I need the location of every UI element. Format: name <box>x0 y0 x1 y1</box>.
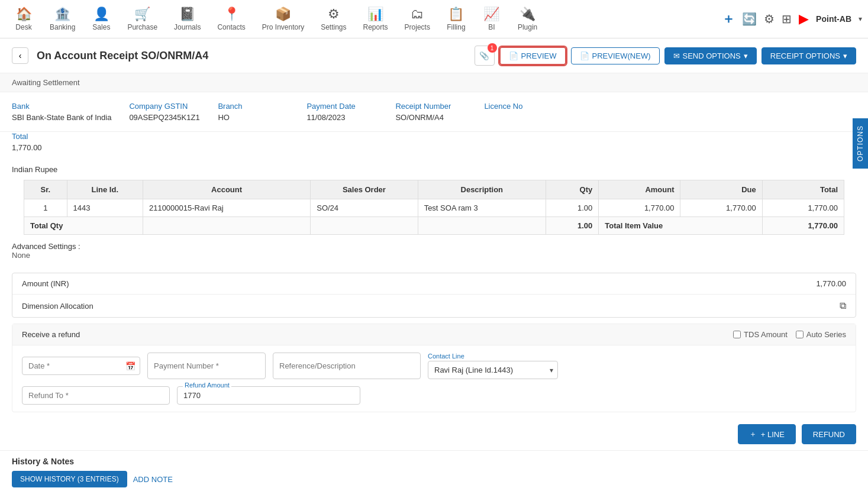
reports-icon: 📊 <box>367 7 383 22</box>
total-item-value-label: Total Item Value <box>599 217 762 235</box>
bank-label: Bank <box>12 102 111 111</box>
nav-item-bi[interactable]: 📈 BI <box>474 2 509 36</box>
col-header-account: Account <box>143 180 310 199</box>
section-label: Indian Rupee <box>0 159 868 180</box>
send-options-button[interactable]: ✉ SEND OPTIONS ▾ <box>664 47 757 64</box>
grid-icon[interactable]: ⊞ <box>782 12 792 26</box>
purchase-icon: 🛒 <box>134 7 150 22</box>
line-button[interactable]: ＋ + LINE <box>738 424 796 444</box>
tds-amount-checkbox[interactable] <box>733 331 741 338</box>
gear-icon[interactable]: ⚙ <box>764 12 775 26</box>
nav-label-banking: Banking <box>50 23 75 31</box>
refund-title: Receive a refund <box>22 330 80 339</box>
journals-icon: 📓 <box>179 7 195 22</box>
company-gstin-info: Company GSTIN 09ASEPQ2345K1Z1 <box>129 102 200 122</box>
row-total: 1,770.00 <box>762 199 844 217</box>
amount-box: Amount (INR) 1,770.00 Dimension Allocati… <box>12 273 856 318</box>
nav-label-settings: Settings <box>321 23 346 31</box>
nav-item-purchase[interactable]: 🛒 Purchase <box>119 2 166 36</box>
receipt-chevron-icon: ▾ <box>843 51 847 60</box>
row-description: Test SOA ram 3 <box>418 199 546 217</box>
licence-no-info: Licence No <box>484 102 555 122</box>
contact-line-select[interactable]: Ravi Raj (Line Id.1443) <box>428 361 558 379</box>
back-button[interactable]: ‹ <box>12 47 28 64</box>
pro-inventory-icon: 📦 <box>275 7 291 22</box>
amount-inr-value: 1,770.00 <box>816 279 846 288</box>
refresh-icon[interactable]: 🔄 <box>742 12 757 26</box>
total-item-value: 1,770.00 <box>762 217 844 235</box>
row-qty: 1.00 <box>546 199 598 217</box>
auto-series-option[interactable]: Auto Series <box>796 330 846 339</box>
nav-label-reports: Reports <box>363 23 388 31</box>
col-header-description: Description <box>418 180 546 199</box>
refund-options: TDS Amount Auto Series <box>733 330 846 339</box>
nav-item-desk[interactable]: 🏠 Desk <box>6 2 41 36</box>
preview-new-button[interactable]: 📄 PREVIEW(NEW) <box>571 47 660 64</box>
tds-amount-option[interactable]: TDS Amount <box>733 330 788 339</box>
options-tab[interactable]: OPTIONS <box>853 118 868 169</box>
col-header-amount: Amount <box>599 180 680 199</box>
reference-description-input[interactable] <box>273 353 421 379</box>
tds-amount-label: TDS Amount <box>744 330 788 339</box>
refund-to-input[interactable] <box>22 386 170 405</box>
history-actions: SHOW HISTORY (3 ENTRIES) ADD NOTE <box>12 471 856 487</box>
auto-series-checkbox[interactable] <box>796 331 804 338</box>
attachment-button[interactable]: 📎 1 <box>475 46 495 66</box>
nav-item-banking[interactable]: 🏦 Banking <box>41 2 83 36</box>
company-gstin-value: 09ASEPQ2345K1Z1 <box>129 113 200 122</box>
total-qty-empty2 <box>311 217 418 235</box>
company-gstin-label: Company GSTIN <box>129 102 200 111</box>
info-section: Bank SBI Bank-State Bank of India Compan… <box>0 92 868 132</box>
show-history-button[interactable]: SHOW HISTORY (3 ENTRIES) <box>12 471 127 487</box>
youtube-icon[interactable]: ▶ <box>799 11 809 27</box>
refund-amount-container: Refund Amount <box>177 386 360 405</box>
row-due: 1,770.00 <box>680 199 762 217</box>
payment-number-input[interactable] <box>147 353 266 379</box>
refund-amount-input[interactable] <box>177 386 360 405</box>
adv-settings-value: None <box>12 251 30 260</box>
col-header-sales-order: Sales Order <box>311 180 418 199</box>
nav-item-filling[interactable]: 📋 Filling <box>438 2 474 36</box>
plugin-icon: 🔌 <box>519 7 535 22</box>
header-actions: 📎 1 📄 PREVIEW 📄 PREVIEW(NEW) ✉ SEND OPTI… <box>475 46 856 66</box>
external-link-icon[interactable]: ⧉ <box>840 300 846 311</box>
refund-section: Receive a refund TDS Amount Auto Series … <box>12 324 856 412</box>
filling-icon: 📋 <box>448 7 464 22</box>
nav-item-pro-inventory[interactable]: 📦 Pro Inventory <box>254 2 312 36</box>
add-note-button[interactable]: ADD NOTE <box>133 471 173 487</box>
payment-date-info: Payment Date 11/08/2023 <box>306 102 377 122</box>
date-input[interactable] <box>22 357 140 375</box>
projects-icon: 🗂 <box>411 7 424 22</box>
brand-chevron-icon[interactable]: ▾ <box>859 15 862 23</box>
table-wrapper: Sr. Line Id. Account Sales Order Descrip… <box>0 180 868 235</box>
receipt-options-button[interactable]: RECEIPT OPTIONS ▾ <box>761 47 856 64</box>
total-value: 1,770.00 <box>12 143 856 152</box>
nav-item-contacts[interactable]: 📍 Contacts <box>209 2 253 36</box>
preview-button[interactable]: 📄 PREVIEW <box>499 47 566 65</box>
desk-icon: 🏠 <box>16 7 32 22</box>
dimension-row: Dimension Allocation ⧉ <box>12 295 856 317</box>
nav-item-plugin[interactable]: 🔌 Plugin <box>509 2 546 36</box>
calendar-icon: 📅 <box>125 361 135 371</box>
date-input-container: 📅 <box>22 353 140 379</box>
total-info: Total 1,770.00 <box>0 132 868 159</box>
page-header: ‹ On Account Receipt SO/ONRM/A4 📎 1 📄 PR… <box>0 38 868 73</box>
nav-label-contacts: Contacts <box>217 23 245 31</box>
refund-form-row2: Refund Amount <box>12 386 856 412</box>
payment-date-label: Payment Date <box>306 102 377 111</box>
total-qty-value: 1.00 <box>546 217 598 235</box>
nav-item-settings[interactable]: ⚙ Settings <box>312 2 354 36</box>
nav-item-projects[interactable]: 🗂 Projects <box>396 2 438 36</box>
row-line-id: 1443 <box>67 199 143 217</box>
row-account: 2110000015-Ravi Raj <box>143 199 310 217</box>
adv-settings-label: Advanced Settings : <box>12 242 80 251</box>
table-footer-row: Total Qty 1.00 Total Item Value 1,770.00 <box>24 217 844 235</box>
add-icon[interactable]: ＋ <box>722 10 735 28</box>
nav-item-journals[interactable]: 📓 Journals <box>166 2 209 36</box>
send-icon: ✉ <box>673 51 680 60</box>
nav-items: 🏠 Desk 🏦 Banking 👤 Sales 🛒 Purchase 📓 Jo… <box>6 2 722 36</box>
branch-value: HO <box>218 113 289 122</box>
refund-button[interactable]: REFUND <box>802 424 856 444</box>
nav-item-sales[interactable]: 👤 Sales <box>83 2 119 36</box>
nav-item-reports[interactable]: 📊 Reports <box>355 2 396 36</box>
